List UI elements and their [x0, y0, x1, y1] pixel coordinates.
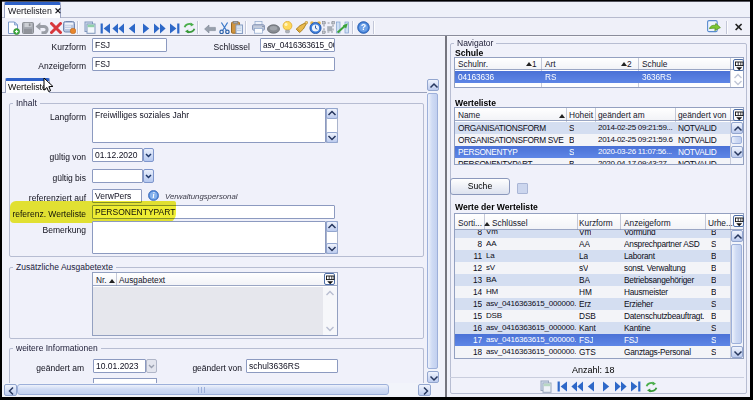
svg-text:?: ?	[361, 22, 366, 32]
